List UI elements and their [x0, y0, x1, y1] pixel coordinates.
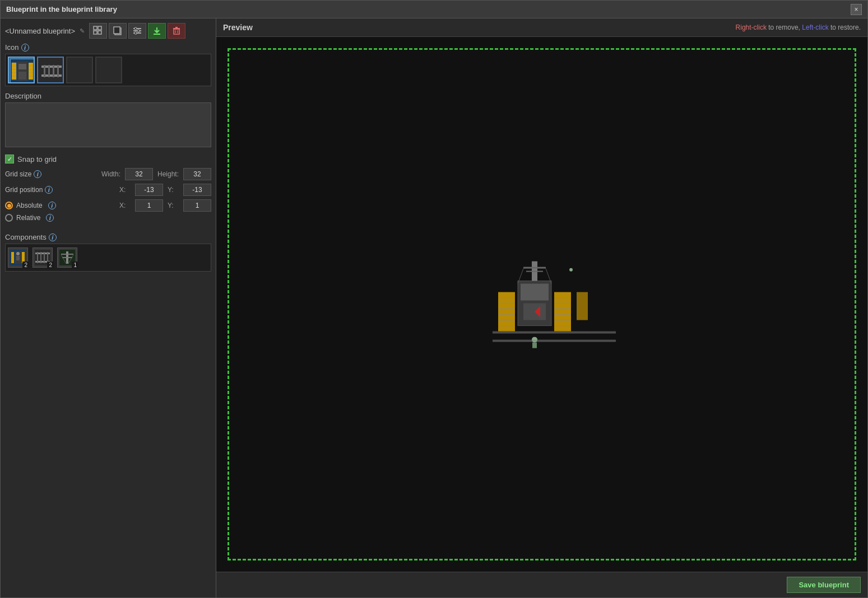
grid-pos-x-input[interactable]: [135, 184, 163, 196]
blueprint-visualization: [493, 258, 616, 359]
svg-point-10: [137, 30, 140, 32]
grid-pos-y-label: Y:: [168, 186, 179, 194]
description-input[interactable]: [5, 102, 211, 147]
blueprint-name: <Unnamed blueprint>: [5, 27, 75, 35]
absolute-x-input[interactable]: [135, 199, 163, 212]
relative-label: Relative: [16, 214, 40, 222]
snap-checkbox-row: ✓ Snap to grid: [5, 155, 211, 163]
icon-slot-2[interactable]: [66, 57, 93, 83]
relative-radio[interactable]: [5, 214, 13, 222]
right-click-text: Right-click: [736, 24, 767, 31]
svg-rect-38: [48, 65, 50, 77]
svg-rect-74: [577, 292, 588, 320]
svg-rect-85: [532, 342, 537, 348]
absolute-radio-dot: [7, 204, 11, 208]
copy-button[interactable]: [109, 23, 127, 39]
power-pole-count: 1: [72, 261, 78, 269]
svg-rect-19: [12, 63, 16, 80]
delete-button[interactable]: [168, 23, 185, 39]
grid-size-label-container: Grid size i: [5, 170, 61, 178]
preview-title: Preview: [223, 23, 253, 32]
icon-section-label: Icon i: [5, 43, 211, 52]
svg-point-45: [16, 252, 20, 255]
svg-rect-2: [94, 31, 97, 34]
list-item: 1: [57, 247, 77, 268]
preview-canvas: [216, 37, 867, 572]
svg-rect-79: [523, 267, 546, 268]
svg-point-11: [134, 32, 137, 34]
icon-info-icon[interactable]: i: [21, 44, 29, 52]
grid-height-input[interactable]: [183, 168, 211, 180]
right-panel: Preview Right-click to remove, Left-clic…: [216, 18, 867, 597]
absolute-info-icon[interactable]: i: [48, 202, 56, 209]
preview-instructions: Right-click to remove, Left-click to res…: [736, 24, 861, 31]
svg-rect-14: [173, 28, 180, 29]
absolute-y-input[interactable]: [183, 199, 211, 212]
svg-rect-60: [498, 292, 515, 331]
relative-info-icon[interactable]: i: [46, 214, 54, 222]
svg-rect-57: [62, 257, 72, 258]
components-section: Components i: [5, 233, 211, 272]
import-export-button[interactable]: [89, 23, 107, 39]
grid-size-row: Grid size i Width: Height:: [5, 168, 211, 180]
grid-width-input[interactable]: [125, 168, 153, 180]
svg-rect-40: [57, 65, 59, 77]
description-section: Description: [5, 92, 211, 149]
svg-rect-51: [40, 252, 41, 263]
export-button[interactable]: [148, 23, 166, 39]
svg-rect-28: [29, 63, 33, 80]
grid-size-info-icon[interactable]: i: [34, 170, 41, 178]
height-label: Height:: [157, 170, 179, 178]
svg-rect-1: [98, 26, 101, 30]
svg-rect-77: [523, 303, 546, 320]
components-label: Components i: [5, 233, 211, 241]
grid-position-inputs: X: Y:: [119, 184, 211, 196]
save-blueprint-button[interactable]: Save blueprint: [787, 577, 861, 593]
preview-header: Preview Right-click to remove, Left-clic…: [216, 18, 867, 37]
svg-rect-67: [554, 292, 571, 331]
svg-rect-26: [18, 64, 26, 69]
svg-rect-3: [98, 31, 101, 34]
absolute-inputs: X: Y:: [119, 199, 211, 212]
blueprint-preview-content: [493, 258, 616, 361]
settings-button[interactable]: [128, 23, 146, 39]
components-info-icon[interactable]: i: [49, 233, 57, 241]
grid-position-row: Grid position i X: Y:: [5, 184, 211, 196]
mining-drill-count: 2: [22, 261, 29, 269]
grid-pos-x-label: X:: [119, 186, 131, 194]
blueprint-window: Blueprint in the blueprint library × <Un…: [0, 0, 868, 598]
rail-count: 2: [47, 261, 54, 269]
list-item: 2: [33, 247, 53, 268]
svg-rect-76: [521, 283, 549, 300]
grid-size-inputs: Width: Height:: [101, 168, 211, 180]
svg-rect-42: [11, 252, 14, 263]
blueprint-icon-svg: [10, 58, 35, 83]
icon-slot-1[interactable]: [37, 57, 64, 83]
right-click-suffix: to remove,: [768, 24, 802, 31]
icon-section: Icon i: [5, 43, 211, 86]
grid-position-label: Grid position: [5, 186, 43, 194]
snap-checkbox[interactable]: ✓: [5, 155, 14, 163]
grid-pos-y-input[interactable]: [183, 184, 211, 196]
close-button[interactable]: ×: [851, 4, 862, 15]
svg-rect-12: [154, 34, 160, 35]
save-footer: Save blueprint: [216, 572, 867, 597]
icon-grid: [5, 54, 211, 86]
rail-icon-svg: [40, 63, 63, 80]
title-bar: Blueprint in the blueprint library ×: [1, 1, 867, 18]
relative-row: Relative i: [5, 214, 211, 222]
blueprint-name-row: <Unnamed blueprint> ✎: [5, 23, 211, 39]
svg-rect-39: [53, 65, 54, 77]
svg-rect-88: [493, 339, 616, 342]
icon-slot-0[interactable]: [8, 57, 35, 83]
svg-rect-46: [16, 256, 20, 260]
absolute-radio[interactable]: [5, 202, 13, 209]
export-icon: [152, 26, 161, 35]
edit-icon[interactable]: ✎: [80, 27, 85, 35]
toolbar-icons: [89, 23, 185, 39]
components-list: 2: [5, 244, 211, 272]
icon-slot-3[interactable]: [95, 57, 122, 83]
main-content: <Unnamed blueprint> ✎: [1, 18, 867, 597]
left-click-text: Left-click: [802, 24, 828, 31]
grid-position-info-icon[interactable]: i: [45, 186, 53, 194]
